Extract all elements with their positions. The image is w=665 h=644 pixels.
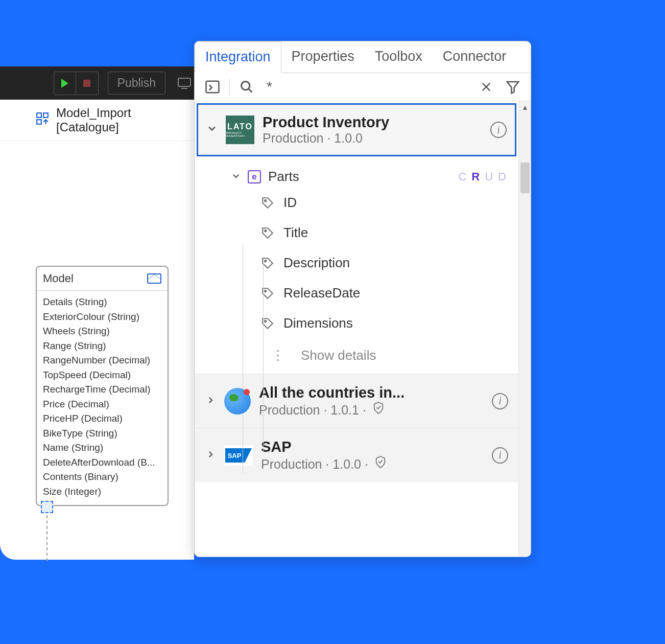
panel-body: ▲ LATOPRODUCT INVENTORY Product Inventor…: [195, 101, 531, 557]
svg-text:SAP: SAP: [228, 452, 242, 459]
integration-subtitle: Production · 1.0.1 ·: [259, 401, 484, 418]
svg-line-7: [249, 89, 252, 93]
model-attribute: BikeType (String): [43, 426, 161, 441]
svg-point-10: [265, 200, 266, 201]
stop-icon: [83, 80, 90, 87]
tag-icon: [261, 196, 274, 210]
attribute-name: Title: [283, 225, 308, 241]
clear-search-button[interactable]: [478, 78, 495, 96]
svg-point-14: [265, 320, 266, 322]
device-icon[interactable]: [175, 73, 194, 94]
svg-rect-4: [37, 120, 41, 124]
shield-icon: [375, 455, 386, 469]
design-node-icon[interactable]: [41, 501, 53, 513]
tab-toolbox[interactable]: Toolbox: [365, 41, 433, 73]
attribute-name: ID: [283, 195, 297, 211]
tab-properties[interactable]: Properties: [281, 41, 365, 73]
sap-logo-icon: SAP: [224, 445, 253, 466]
scroll-up-icon[interactable]: ▲: [521, 103, 529, 111]
tab-integration[interactable]: Integration: [195, 41, 281, 73]
show-details-row: ⋮ Show details: [210, 338, 516, 374]
integration-title: SAP: [261, 439, 484, 455]
model-attribute: Details (String): [43, 295, 161, 310]
attribute-row[interactable]: Title: [210, 218, 516, 248]
play-icon: [61, 79, 68, 88]
editor-tab-label: Model_Import [Catalogue]: [56, 106, 187, 134]
integration-countries[interactable]: All the countries in... Production · 1.0…: [195, 374, 518, 428]
tag-icon: [261, 226, 274, 240]
chevron-down-icon[interactable]: [230, 170, 242, 183]
model-attribute: RangeNumber (Decimal): [43, 353, 161, 368]
svg-point-12: [265, 260, 266, 262]
crud-badge: CRUD: [458, 170, 511, 183]
integration-subtitle: Production · 1.0.0: [263, 131, 482, 146]
connector-line: [46, 515, 48, 561]
chevron-right-icon[interactable]: [205, 449, 216, 462]
integration-product-inventory[interactable]: LATOPRODUCT INVENTORY Product Inventory …: [197, 103, 516, 156]
globe-icon: [224, 388, 251, 415]
integration-title: Product Inventory: [263, 114, 482, 131]
app-dark-toolbar: Publish: [0, 66, 194, 100]
model-attribute: Price (Decimal): [43, 397, 161, 412]
model-entity-card[interactable]: Model Details (String)ExteriorColour (St…: [36, 266, 169, 506]
info-icon[interactable]: i: [492, 393, 508, 409]
panel-tab-bar: IntegrationPropertiesToolboxConnector: [195, 41, 531, 73]
model-card-header: Model: [37, 267, 168, 291]
filter-icon[interactable]: [504, 78, 521, 96]
search-icon[interactable]: [238, 78, 255, 96]
model-attribute: PriceHP (Decimal): [43, 411, 161, 426]
svg-point-11: [265, 230, 266, 232]
run-button[interactable]: [54, 72, 76, 95]
shield-icon: [373, 401, 384, 415]
attribute-row[interactable]: Dimensions: [210, 308, 516, 338]
integration-title: All the countries in...: [259, 384, 484, 401]
model-attribute: Contents (Binary): [43, 470, 161, 485]
attribute-row[interactable]: ReleaseDate: [210, 278, 516, 308]
svg-rect-0: [178, 78, 191, 86]
console-icon[interactable]: [204, 78, 221, 96]
info-icon[interactable]: i: [490, 122, 507, 138]
editor-tab-model-import[interactable]: Model_Import [Catalogue]: [0, 100, 194, 141]
model-card-title: Model: [43, 272, 74, 285]
svg-point-6: [242, 82, 250, 90]
attribute-row[interactable]: ID: [210, 188, 516, 218]
model-attribute: ExteriorColour (String): [43, 310, 161, 325]
import-icon: [36, 112, 49, 128]
entity-name: Parts: [268, 169, 299, 185]
svg-rect-3: [43, 113, 48, 118]
panel-toolbar: *: [195, 73, 531, 101]
mail-icon: [147, 273, 161, 284]
model-attribute: Name (String): [43, 441, 161, 455]
attribute-name: Dimensions: [283, 315, 353, 331]
attribute-name: Description: [283, 255, 350, 271]
svg-point-13: [265, 290, 266, 292]
attribute-name: ReleaseDate: [283, 285, 360, 301]
svg-rect-5: [206, 81, 219, 93]
model-attribute: TopSpeed (Decimal): [43, 368, 161, 383]
integration-subtitle: Production · 1.0.0 ·: [261, 455, 484, 472]
attribute-row[interactable]: Description: [210, 248, 516, 278]
stop-button[interactable]: [76, 72, 99, 95]
entity-parts-row[interactable]: e Parts CRUD: [210, 166, 516, 188]
search-input[interactable]: *: [264, 79, 469, 95]
integration-panel: IntegrationPropertiesToolboxConnector * …: [194, 41, 531, 557]
model-attribute: Range (String): [43, 339, 161, 354]
model-attribute: RechargeTime (Decimal): [43, 382, 161, 397]
chevron-right-icon[interactable]: [205, 395, 216, 408]
entity-icon: e: [248, 170, 261, 183]
separator: [229, 79, 230, 95]
chevron-down-icon[interactable]: [206, 123, 218, 136]
tab-connector[interactable]: Connector: [433, 41, 517, 73]
integration-sap[interactable]: SAP SAP Production · 1.0.0 · i: [195, 428, 518, 482]
model-attribute: Size (Integer): [43, 485, 161, 499]
show-details-link[interactable]: Show details: [301, 348, 376, 363]
more-menu-icon[interactable]: ⋮: [271, 348, 284, 363]
info-icon[interactable]: i: [492, 447, 508, 464]
model-card-body: Details (String)ExteriorColour (String)W…: [37, 291, 168, 505]
scrollbar-thumb[interactable]: [520, 163, 530, 193]
svg-rect-2: [37, 113, 41, 118]
scrollbar[interactable]: ▲: [518, 101, 531, 557]
model-attribute: Wheels (String): [43, 324, 161, 339]
lato-logo-icon: LATOPRODUCT INVENTORY: [226, 116, 254, 144]
publish-button[interactable]: Publish: [108, 72, 165, 95]
